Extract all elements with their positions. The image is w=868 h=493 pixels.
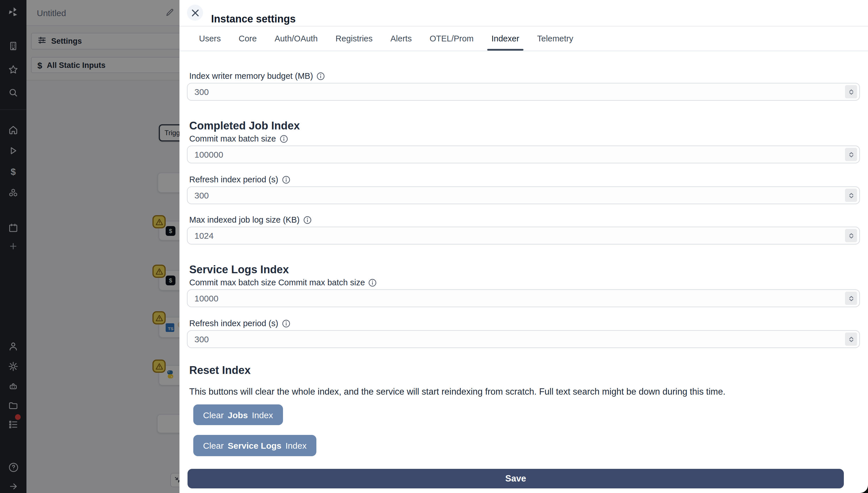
field-label-service-commit-max-batch: Commit max batch size Commit max batch s… — [189, 278, 377, 287]
section-heading-completed-job-index: Completed Job Index — [189, 120, 300, 132]
info-icon[interactable] — [317, 72, 325, 80]
save-button[interactable]: Save — [188, 469, 844, 488]
section-heading-service-logs-index: Service Logs Index — [189, 263, 289, 276]
service-commit-max-batch-input[interactable] — [187, 290, 860, 307]
close-button[interactable] — [187, 5, 203, 21]
field-label-commit-max-batch: Commit max batch size — [189, 134, 288, 143]
info-icon[interactable] — [282, 175, 290, 184]
clear-service-logs-index-button[interactable]: Clear Service Logs Index — [193, 435, 317, 456]
field-label-index-writer-memory: Index writer memory budget (MB) — [189, 71, 325, 81]
info-icon[interactable] — [303, 215, 312, 224]
field-label-service-refresh-period: Refresh index period (s) — [189, 319, 290, 328]
reset-index-description: This buttons will clear the whole index,… — [189, 386, 833, 396]
refresh-index-period-input[interactable] — [187, 186, 860, 204]
tab-alerts[interactable]: Alerts — [391, 34, 412, 43]
settings-tabs: Users Core Auth/OAuth Registries Alerts … — [179, 26, 868, 51]
info-icon[interactable] — [282, 319, 290, 328]
instance-settings-modal: Instance settings Users Core Auth/OAuth … — [179, 0, 868, 493]
tab-core[interactable]: Core — [239, 34, 257, 43]
modal-title: Instance settings — [211, 13, 296, 25]
number-stepper-icon[interactable] — [845, 85, 857, 99]
section-heading-reset-index: Reset Index — [189, 364, 251, 377]
clear-jobs-index-button[interactable]: Clear Jobs Index — [193, 404, 283, 425]
tab-otel-prom[interactable]: OTEL/Prom — [430, 34, 474, 43]
tab-auth-oauth[interactable]: Auth/OAuth — [275, 34, 318, 43]
field-label-max-indexed-job-log: Max indexed job log size (KB) — [189, 215, 312, 224]
commit-max-batch-input[interactable] — [187, 146, 860, 164]
app-window: $ — [0, 0, 868, 493]
close-icon — [191, 9, 199, 16]
number-stepper-icon[interactable] — [845, 333, 857, 346]
tab-telemetry[interactable]: Telemetry — [537, 34, 573, 43]
field-label-refresh-index-period: Refresh index period (s) — [189, 175, 290, 184]
number-stepper-icon[interactable] — [845, 189, 857, 202]
modal-backdrop[interactable] — [0, 0, 179, 493]
info-icon[interactable] — [279, 134, 288, 143]
number-stepper-icon[interactable] — [845, 148, 857, 161]
number-stepper-icon[interactable] — [845, 229, 857, 242]
number-stepper-icon[interactable] — [845, 292, 857, 305]
tab-users[interactable]: Users — [199, 34, 221, 43]
tab-indexer[interactable]: Indexer — [492, 34, 519, 43]
index-writer-memory-input[interactable] — [187, 83, 860, 101]
info-icon[interactable] — [368, 278, 377, 287]
tab-registries[interactable]: Registries — [335, 34, 373, 43]
max-indexed-job-log-input[interactable] — [187, 227, 860, 244]
service-refresh-period-input[interactable] — [187, 330, 860, 348]
